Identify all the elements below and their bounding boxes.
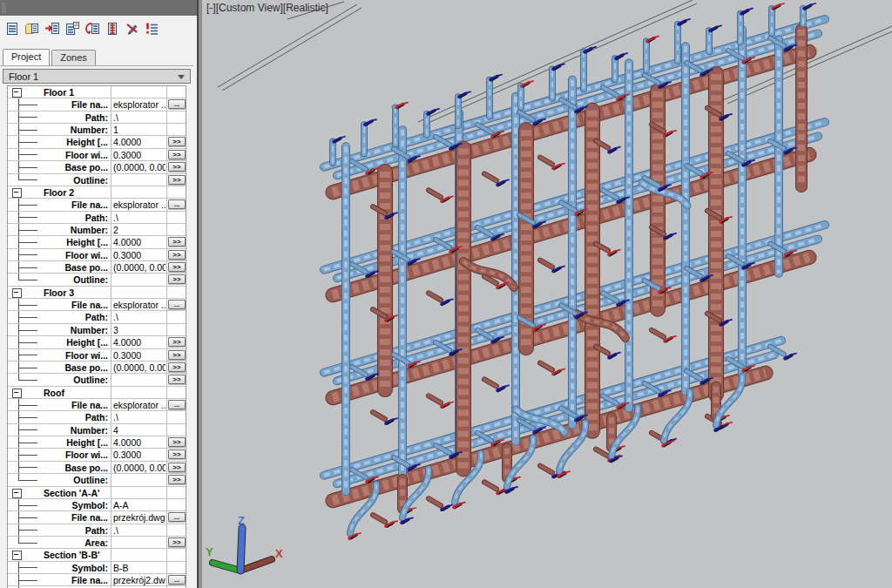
tree-row[interactable]: File na...eksplorator ...... [8, 299, 186, 311]
tree-row[interactable]: File na...przekrój2.dwg... [8, 574, 186, 586]
tree-row[interactable]: Height [...4.0000>> [8, 136, 186, 148]
viewport-controls-label[interactable]: [-][Custom View][Realistic] [206, 2, 328, 14]
browse-button[interactable]: ... [168, 575, 186, 585]
property-value[interactable]: 4 [113, 425, 166, 436]
tree-row[interactable]: Number:1 [8, 124, 186, 136]
property-value[interactable]: eksplorator ... [113, 99, 166, 110]
property-value[interactable]: (0.0000, 0.0000 [113, 262, 166, 273]
tree-row[interactable]: Floor wi...0.3000>> [8, 249, 186, 261]
tree-row[interactable]: Floor wi...0.3000>> [8, 449, 186, 461]
expand-value-button[interactable]: >> [168, 274, 186, 284]
collapse-icon[interactable] [12, 489, 22, 498]
property-value[interactable]: 0.3000 [113, 150, 166, 160]
tree-row[interactable]: File na...przekrój.dwg... [8, 511, 186, 524]
tree-row[interactable]: Height [...4.0000>> [8, 436, 186, 449]
property-value[interactable]: przekrój.dwg [113, 512, 166, 523]
tree-row[interactable]: Outline:>> [8, 374, 186, 386]
property-value[interactable]: .\ [113, 412, 166, 422]
property-value[interactable]: 4.0000 [113, 237, 166, 247]
tree-row[interactable]: Floor wi...0.3000>> [8, 349, 186, 362]
tree-row[interactable]: Symbol:B-B [8, 562, 186, 574]
property-value[interactable]: A-A [113, 500, 166, 510]
expand-value-button[interactable]: >> [168, 237, 186, 247]
tree-row[interactable]: Outline:>> [8, 474, 186, 486]
expand-value-button[interactable]: >> [168, 175, 186, 185]
collapse-icon[interactable] [12, 188, 22, 198]
expand-value-button[interactable]: >> [168, 375, 186, 384]
property-value[interactable]: 0.3000 [113, 350, 166, 361]
expand-value-button[interactable]: >> [168, 463, 186, 472]
tab-zones[interactable]: Zones [51, 50, 96, 65]
tree-row[interactable]: Base po...(0.0000, 0.0000>> [8, 161, 186, 173]
tree-row[interactable]: File na...eksplorator ...... [8, 199, 186, 211]
no-edit-icon[interactable] [125, 21, 140, 37]
expand-value-button[interactable]: >> [168, 137, 186, 146]
tree-row[interactable]: Path:.\ [8, 524, 186, 537]
property-value[interactable]: .\ [113, 312, 166, 322]
property-value[interactable]: 4.0000 [113, 137, 166, 147]
expand-value-button[interactable]: >> [168, 537, 186, 547]
tree-row[interactable]: Number:3 [8, 324, 186, 336]
property-value[interactable]: 0.3000 [113, 449, 166, 460]
tree-row[interactable]: File na...eksplorator ...... [8, 399, 186, 411]
expand-value-button[interactable]: >> [168, 362, 186, 372]
property-value[interactable]: (0.0000, 0.0000 [113, 463, 166, 473]
3d-viewport[interactable]: ZXY [-][Custom View][Realistic] [202, 0, 892, 588]
issues-list-icon[interactable] [145, 21, 160, 37]
expand-value-button[interactable]: >> [168, 449, 186, 459]
property-value[interactable]: B-B [113, 563, 166, 573]
browse-button[interactable]: ... [168, 99, 186, 109]
collapse-icon[interactable] [12, 88, 22, 98]
property-value[interactable]: .\ [113, 213, 166, 223]
building-document-icon[interactable] [4, 21, 20, 37]
tree-row[interactable]: Area:>> [8, 537, 186, 549]
tree-row[interactable]: Path:.\ [8, 411, 186, 423]
browse-button[interactable]: ... [168, 300, 186, 309]
tree-row[interactable]: Path:.\ [8, 311, 186, 323]
property-value[interactable]: przekrój2.dwg [113, 575, 166, 585]
export-building-icon[interactable] [84, 21, 100, 37]
floor-selector[interactable]: Floor 1 [3, 69, 191, 84]
property-value[interactable]: (0.0000, 0.0000 [113, 162, 166, 172]
import-building-icon[interactable] [44, 21, 60, 37]
expand-value-button[interactable]: >> [168, 337, 186, 347]
tree-row[interactable]: Number:2 [8, 224, 186, 236]
browse-button[interactable]: ... [168, 512, 186, 522]
tree-row[interactable]: Floor wi...0.3000>> [8, 149, 186, 161]
expand-value-button[interactable]: >> [168, 250, 186, 260]
building-note-icon[interactable] [64, 21, 80, 37]
expand-value-button[interactable]: >> [168, 475, 186, 484]
collapse-icon[interactable] [12, 551, 22, 560]
expand-value-button[interactable]: >> [168, 437, 186, 447]
property-value[interactable]: eksplorator ... [113, 400, 166, 410]
piping-model-canvas[interactable]: ZXY [202, 0, 892, 588]
property-value[interactable]: .\ [113, 525, 166, 536]
tree-row[interactable]: Base po...(0.0000, 0.0000>> [8, 261, 186, 274]
palette-title-strip[interactable] [0, 0, 202, 16]
tree-row[interactable]: File na...eksplorator ...... [8, 98, 186, 111]
tree-group-row[interactable]: Section 'B-B' [8, 549, 186, 561]
property-value[interactable]: 3 [113, 325, 166, 335]
tree-row[interactable]: Number:4 [8, 424, 186, 436]
browse-button[interactable]: ... [168, 400, 186, 409]
open-building-folder-icon[interactable] [24, 21, 40, 37]
property-value[interactable]: 0.3000 [113, 250, 166, 260]
property-value[interactable]: .\ [113, 112, 166, 123]
property-value[interactable]: eksplorator ... [113, 199, 166, 210]
tab-project[interactable]: Project [3, 49, 50, 65]
property-value[interactable]: 1 [113, 125, 166, 135]
tree-row[interactable]: Path:.\ [8, 212, 186, 224]
collapse-icon[interactable] [12, 389, 22, 398]
property-value[interactable]: 4.0000 [113, 437, 166, 448]
browse-button[interactable]: ... [168, 199, 186, 209]
expand-value-button[interactable]: >> [168, 150, 186, 159]
tree-row[interactable]: Height [...4.0000>> [8, 236, 186, 248]
property-value[interactable]: 2 [113, 225, 166, 235]
tree-row[interactable]: Path:.\ [8, 112, 186, 124]
property-value[interactable]: eksplorator ... [113, 300, 166, 310]
expand-value-button[interactable]: >> [168, 162, 186, 172]
palette-grip[interactable] [2, 3, 6, 13]
tree-row[interactable]: Height [...4.0000>> [8, 336, 186, 348]
chevron-down-icon[interactable] [178, 75, 185, 79]
property-value[interactable]: 4.0000 [113, 337, 166, 348]
